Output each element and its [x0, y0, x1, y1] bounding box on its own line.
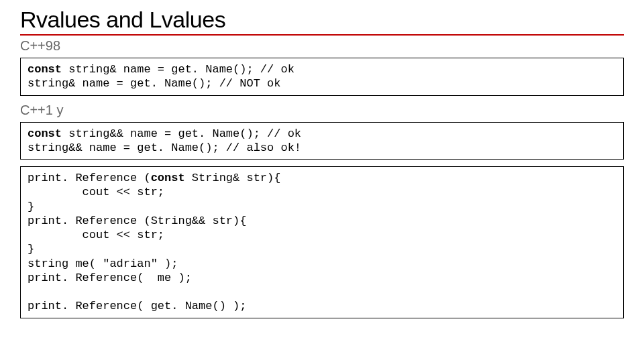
code-block-print-reference: print. Reference (const String& str){ co…	[20, 166, 624, 318]
code-text: string&& name = get. Name(); // ok	[62, 127, 301, 140]
code-block-cpp98: const string& name = get. Name(); // ok …	[20, 58, 624, 96]
code-text: string&& name = get. Name(); // also ok!	[28, 141, 301, 154]
code-text: print. Reference( get. Name() );	[28, 300, 246, 312]
keyword-const: const	[28, 127, 62, 140]
title-underline	[20, 34, 624, 36]
code-text: print. Reference (String&& str){	[28, 215, 246, 227]
code-block-cpp1y: const string&& name = get. Name(); // ok…	[20, 122, 624, 160]
code-text: print. Reference( me );	[28, 272, 192, 284]
code-text: string& name = get. Name(); // ok	[62, 63, 294, 76]
code-text: print. Reference (	[28, 172, 151, 184]
slide-title: Rvalues and Lvalues	[20, 7, 624, 33]
keyword-const: const	[28, 63, 62, 76]
code-text: string me( "adrian" );	[28, 257, 178, 270]
keyword-const: const	[151, 172, 185, 184]
code-text: cout << str;	[28, 229, 164, 241]
section-heading-cpp98: C++98	[20, 38, 624, 54]
code-text: }	[28, 243, 34, 255]
section-heading-cpp1y: C++1 y	[20, 103, 624, 118]
code-text: string& name = get. Name(); // NOT ok	[28, 77, 280, 90]
code-text: }	[28, 200, 34, 213]
code-text: String& str){	[185, 172, 281, 184]
code-text: cout << str;	[28, 186, 164, 198]
